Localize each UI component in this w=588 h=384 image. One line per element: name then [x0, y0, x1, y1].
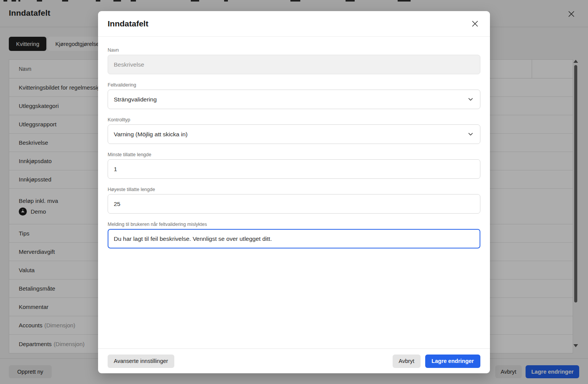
- chevron-down-icon: [467, 131, 474, 138]
- field-label: Kontrolltyp: [108, 117, 480, 123]
- field-label: Melding til brukeren når feltvalidering …: [108, 222, 480, 227]
- field-max-length: Høyeste tillatte lengde: [108, 187, 480, 214]
- field-control-type: Kontrolltyp Varning (Möjlig att skicka i…: [108, 117, 480, 144]
- inndatafelt-modal: Inndatafelt Navn Feltvalidering Strängva…: [98, 11, 490, 373]
- field-label: Feltvalidering: [108, 82, 480, 88]
- validation-select[interactable]: Strängvalidering: [108, 90, 480, 109]
- selected-value: Varning (Möjlig att skicka in): [114, 131, 188, 138]
- close-icon: [472, 20, 478, 27]
- field-message: Melding til brukeren når feltvalidering …: [108, 222, 480, 248]
- chevron-down-icon: [467, 96, 474, 103]
- modal-close-button[interactable]: [470, 18, 480, 29]
- field-validation: Feltvalidering Strängvalidering: [108, 82, 480, 109]
- field-min-length: Minste tillatte lengde: [108, 152, 480, 179]
- modal-header: Inndatafelt: [98, 11, 490, 37]
- control-type-select[interactable]: Varning (Möjlig att skicka in): [108, 124, 480, 144]
- modal-cancel-button[interactable]: Avbryt: [393, 355, 421, 368]
- field-label: Navn: [108, 47, 480, 53]
- field-label: Minste tillatte lengde: [108, 152, 480, 157]
- name-input: [108, 55, 480, 74]
- max-length-input[interactable]: [108, 194, 480, 214]
- modal-title: Inndatafelt: [108, 19, 148, 28]
- modal-save-button[interactable]: Lagre endringer: [425, 355, 480, 368]
- modal-body: Navn Feltvalidering Strängvalidering Kon…: [98, 37, 490, 348]
- message-input[interactable]: [108, 229, 480, 248]
- modal-footer: Avanserte innstillinger Avbryt Lagre end…: [98, 348, 490, 373]
- field-name: Navn: [108, 47, 480, 74]
- advanced-settings-button[interactable]: Avanserte innstillinger: [108, 355, 174, 368]
- min-length-input[interactable]: [108, 159, 480, 179]
- selected-value: Strängvalidering: [114, 96, 157, 103]
- field-label: Høyeste tillatte lengde: [108, 187, 480, 192]
